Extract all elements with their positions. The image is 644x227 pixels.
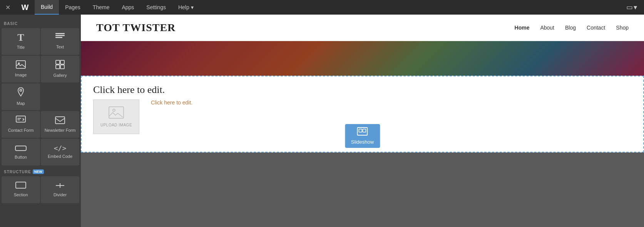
widget-gallery-label: Gallery (54, 73, 67, 78)
tab-help[interactable]: Help ▾ (172, 0, 200, 15)
svg-rect-5 (56, 60, 60, 64)
site-header: TOT TWISTER Home About Blog Contact Shop (81, 15, 644, 41)
widget-image[interactable]: Image (2, 56, 40, 83)
main-content: BASIC T Title Text Image (0, 15, 644, 227)
site-nav: Home About Blog Contact Shop (515, 25, 629, 31)
nav-shop[interactable]: Shop (616, 25, 629, 31)
page-bottom (81, 152, 644, 176)
svg-point-9 (20, 89, 22, 91)
widget-newsletter-form[interactable]: Newsletter Form (41, 111, 79, 138)
structure-widgets-grid: Section Divider (0, 176, 81, 204)
nav-contact[interactable]: Contact (587, 25, 605, 31)
widget-contact-form-label: Contact Form (8, 128, 34, 133)
widget-section-label: Section (14, 192, 28, 197)
widget-embed-code[interactable]: </> Embed Code (41, 139, 79, 166)
widget-text-label: Text (56, 45, 64, 50)
widget-contact-form[interactable]: Contact Form (2, 111, 40, 138)
slideshow-label: Slideshow (351, 139, 374, 145)
text-icon (55, 33, 65, 42)
nav-left: ✕ W Build Pages Theme Apps Settings Help… (0, 0, 200, 15)
widget-map-label: Map (17, 101, 25, 106)
help-dropdown-icon: ▾ (191, 4, 194, 10)
widget-gallery[interactable]: Gallery (41, 56, 79, 83)
basic-widgets-grid: T Title Text Image (0, 27, 81, 166)
tab-build[interactable]: Build (35, 0, 59, 15)
hero-image (81, 41, 644, 76)
contact-form-icon (16, 116, 26, 126)
dropdown-icon: ▾ (634, 3, 637, 12)
svg-rect-2 (55, 37, 62, 38)
widget-button[interactable]: Button (2, 139, 40, 166)
widget-divider[interactable]: Divider (41, 176, 79, 203)
placeholder-mountain-icon (109, 106, 124, 121)
nav-blog[interactable]: Blog (565, 25, 576, 31)
edit-title[interactable]: Click here to edit. (93, 84, 632, 96)
newsletter-form-icon (55, 116, 65, 126)
svg-rect-11 (55, 117, 65, 124)
structure-section-label: STRUCTURE (4, 170, 31, 174)
tab-settings[interactable]: Settings (140, 0, 172, 15)
site-logo: TOT TWISTER (96, 22, 176, 34)
widget-title[interactable]: T Title (2, 28, 40, 55)
svg-rect-13 (16, 182, 26, 188)
divider-icon (55, 182, 65, 190)
widget-button-label: Button (15, 155, 27, 160)
widget-divider-label: Divider (54, 192, 67, 197)
svg-rect-20 (363, 129, 366, 132)
edit-section[interactable]: Click here to edit. UPLOAD IMAGE Click h… (81, 76, 644, 152)
tab-theme[interactable]: Theme (87, 0, 116, 15)
slideshow-icon (357, 127, 368, 138)
new-badge: NEW (33, 169, 44, 174)
nav-about[interactable]: About (540, 25, 554, 31)
button-icon (15, 144, 27, 152)
upload-label: UPLOAD IMAGE (100, 123, 132, 127)
device-toggle-button[interactable]: ▭ ▾ (623, 2, 640, 13)
title-icon: T (17, 33, 24, 43)
slideshow-button[interactable]: Slideshow (345, 124, 380, 148)
monitor-icon: ▭ (626, 3, 633, 12)
svg-rect-0 (55, 33, 65, 34)
svg-rect-12 (15, 146, 26, 151)
svg-rect-1 (55, 35, 65, 36)
svg-rect-19 (359, 129, 362, 132)
sidebar: BASIC T Title Text Image (0, 15, 81, 227)
widget-embed-code-label: Embed Code (48, 154, 72, 159)
section-icon (15, 182, 26, 190)
page-area: TOT TWISTER Home About Blog Contact Shop… (81, 15, 644, 227)
widget-section[interactable]: Section (2, 176, 40, 203)
tab-apps[interactable]: Apps (115, 0, 140, 15)
tab-pages[interactable]: Pages (59, 0, 87, 15)
widget-title-label: Title (17, 45, 25, 50)
embed-code-icon: </> (54, 145, 67, 152)
nav-right: ▭ ▾ (623, 2, 644, 13)
edit-body-text[interactable]: Click here to edit. (151, 99, 192, 106)
gallery-icon (55, 60, 65, 71)
widget-image-label: Image (15, 73, 27, 78)
close-button[interactable]: ✕ (0, 0, 15, 15)
logo-button[interactable]: W (15, 0, 35, 15)
top-navigation: ✕ W Build Pages Theme Apps Settings Help… (0, 0, 644, 15)
svg-rect-6 (60, 60, 64, 64)
nav-home[interactable]: Home (515, 25, 530, 31)
svg-rect-7 (56, 65, 60, 69)
hero-image-overlay (81, 41, 644, 76)
widget-newsletter-form-label: Newsletter Form (45, 128, 76, 133)
basic-section-label: BASIC (0, 18, 81, 27)
widget-map[interactable]: Map (2, 83, 40, 110)
image-icon (16, 60, 26, 70)
svg-rect-16 (109, 107, 124, 118)
image-placeholder[interactable]: UPLOAD IMAGE (93, 99, 139, 134)
structure-section-header: STRUCTURE NEW (0, 166, 81, 176)
map-icon (17, 87, 25, 99)
widget-text[interactable]: Text (41, 28, 79, 55)
svg-rect-8 (60, 65, 64, 69)
